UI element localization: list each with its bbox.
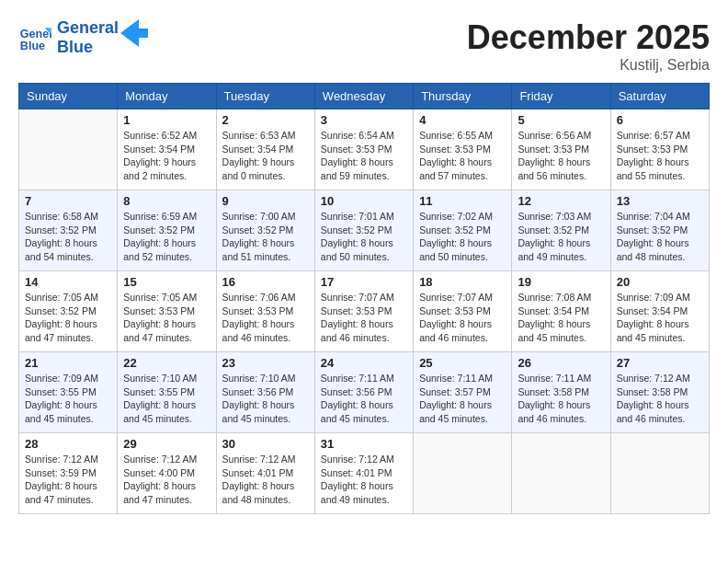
day-info: Sunrise: 6:53 AMSunset: 3:54 PMDaylight:… xyxy=(222,129,309,183)
calendar-cell xyxy=(414,433,512,514)
calendar-cell: 4Sunrise: 6:55 AMSunset: 3:53 PMDaylight… xyxy=(414,109,512,190)
day-info: Sunrise: 7:11 AMSunset: 3:56 PMDaylight:… xyxy=(321,372,407,426)
day-info: Sunrise: 6:54 AMSunset: 3:53 PMDaylight:… xyxy=(321,129,407,183)
day-number: 16 xyxy=(222,275,309,289)
day-number: 11 xyxy=(419,194,506,208)
day-number: 10 xyxy=(321,194,407,208)
weekday-wednesday: Wednesday xyxy=(314,84,413,109)
calendar-cell: 10Sunrise: 7:01 AMSunset: 3:52 PMDayligh… xyxy=(314,190,413,271)
calendar-row-2: 7Sunrise: 6:58 AMSunset: 3:52 PMDaylight… xyxy=(19,190,710,271)
day-number: 19 xyxy=(518,275,604,289)
calendar-cell: 18Sunrise: 7:07 AMSunset: 3:53 PMDayligh… xyxy=(414,271,512,352)
weekday-tuesday: Tuesday xyxy=(216,84,314,109)
calendar-cell: 5Sunrise: 6:56 AMSunset: 3:53 PMDaylight… xyxy=(512,109,610,190)
calendar-cell: 12Sunrise: 7:03 AMSunset: 3:52 PMDayligh… xyxy=(512,190,610,271)
weekday-sunday: Sunday xyxy=(19,84,118,109)
calendar-cell: 22Sunrise: 7:10 AMSunset: 3:55 PMDayligh… xyxy=(118,352,216,433)
calendar-cell: 8Sunrise: 6:59 AMSunset: 3:52 PMDaylight… xyxy=(118,190,216,271)
day-info: Sunrise: 7:10 AMSunset: 3:55 PMDaylight:… xyxy=(123,372,210,426)
day-info: Sunrise: 7:07 AMSunset: 3:53 PMDaylight:… xyxy=(419,291,506,345)
calendar-cell: 29Sunrise: 7:12 AMSunset: 4:00 PMDayligh… xyxy=(118,433,216,514)
day-number: 14 xyxy=(25,275,111,289)
day-info: Sunrise: 7:09 AMSunset: 3:54 PMDaylight:… xyxy=(617,291,703,345)
day-info: Sunrise: 7:05 AMSunset: 3:52 PMDaylight:… xyxy=(25,291,111,345)
day-info: Sunrise: 7:05 AMSunset: 3:53 PMDaylight:… xyxy=(123,291,210,345)
weekday-saturday: Saturday xyxy=(610,84,709,109)
day-info: Sunrise: 7:12 AMSunset: 4:01 PMDaylight:… xyxy=(222,453,309,507)
day-number: 7 xyxy=(25,194,111,208)
calendar-cell: 15Sunrise: 7:05 AMSunset: 3:53 PMDayligh… xyxy=(118,271,216,352)
day-number: 21 xyxy=(25,356,111,370)
weekday-header-row: SundayMondayTuesdayWednesdayThursdayFrid… xyxy=(19,84,710,109)
calendar-cell: 7Sunrise: 6:58 AMSunset: 3:52 PMDaylight… xyxy=(19,190,118,271)
day-number: 22 xyxy=(123,356,210,370)
logo: General Blue General Blue xyxy=(18,18,148,57)
day-number: 18 xyxy=(419,275,506,289)
day-number: 1 xyxy=(123,113,210,127)
day-number: 17 xyxy=(321,275,407,289)
calendar-row-5: 28Sunrise: 7:12 AMSunset: 3:59 PMDayligh… xyxy=(19,433,710,514)
svg-text:Blue: Blue xyxy=(20,40,45,52)
day-number: 31 xyxy=(321,437,407,451)
day-number: 4 xyxy=(419,113,506,127)
day-number: 27 xyxy=(617,356,703,370)
calendar-cell: 9Sunrise: 7:00 AMSunset: 3:52 PMDaylight… xyxy=(216,190,314,271)
day-info: Sunrise: 7:12 AMSunset: 3:59 PMDaylight:… xyxy=(25,453,111,507)
calendar-cell: 23Sunrise: 7:10 AMSunset: 3:56 PMDayligh… xyxy=(216,352,314,433)
day-info: Sunrise: 7:07 AMSunset: 3:53 PMDaylight:… xyxy=(321,291,407,345)
day-info: Sunrise: 7:06 AMSunset: 3:53 PMDaylight:… xyxy=(222,291,309,345)
day-info: Sunrise: 7:11 AMSunset: 3:58 PMDaylight:… xyxy=(518,372,604,426)
logo-arrow-icon xyxy=(120,19,148,47)
calendar-cell xyxy=(19,109,118,190)
day-info: Sunrise: 7:12 AMSunset: 4:00 PMDaylight:… xyxy=(123,453,210,507)
calendar-cell: 11Sunrise: 7:02 AMSunset: 3:52 PMDayligh… xyxy=(414,190,512,271)
day-number: 15 xyxy=(123,275,210,289)
day-info: Sunrise: 7:12 AMSunset: 4:01 PMDaylight:… xyxy=(321,453,407,507)
page-header: General Blue General Blue December 2025 … xyxy=(18,18,710,74)
day-number: 28 xyxy=(25,437,111,451)
day-info: Sunrise: 6:56 AMSunset: 3:53 PMDaylight:… xyxy=(518,129,604,183)
title-block: December 2025 Kustilj, Serbia xyxy=(467,18,710,74)
calendar-cell: 20Sunrise: 7:09 AMSunset: 3:54 PMDayligh… xyxy=(610,271,709,352)
calendar-cell: 13Sunrise: 7:04 AMSunset: 3:52 PMDayligh… xyxy=(610,190,709,271)
location: Kustilj, Serbia xyxy=(467,57,710,74)
day-number: 20 xyxy=(617,275,703,289)
calendar-cell: 30Sunrise: 7:12 AMSunset: 4:01 PMDayligh… xyxy=(216,433,314,514)
day-number: 29 xyxy=(123,437,210,451)
day-info: Sunrise: 7:11 AMSunset: 3:57 PMDaylight:… xyxy=(419,372,506,426)
day-number: 3 xyxy=(321,113,407,127)
day-number: 24 xyxy=(321,356,407,370)
calendar-row-3: 14Sunrise: 7:05 AMSunset: 3:52 PMDayligh… xyxy=(19,271,710,352)
calendar-cell: 2Sunrise: 6:53 AMSunset: 3:54 PMDaylight… xyxy=(216,109,314,190)
day-info: Sunrise: 6:57 AMSunset: 3:53 PMDaylight:… xyxy=(617,129,703,183)
month-title: December 2025 xyxy=(467,18,710,57)
calendar-cell: 14Sunrise: 7:05 AMSunset: 3:52 PMDayligh… xyxy=(19,271,118,352)
calendar-cell: 31Sunrise: 7:12 AMSunset: 4:01 PMDayligh… xyxy=(314,433,413,514)
day-info: Sunrise: 6:52 AMSunset: 3:54 PMDaylight:… xyxy=(123,129,210,183)
day-info: Sunrise: 7:08 AMSunset: 3:54 PMDaylight:… xyxy=(518,291,604,345)
calendar-table: SundayMondayTuesdayWednesdayThursdayFrid… xyxy=(18,83,710,514)
day-info: Sunrise: 6:58 AMSunset: 3:52 PMDaylight:… xyxy=(25,210,111,264)
day-info: Sunrise: 7:00 AMSunset: 3:52 PMDaylight:… xyxy=(222,210,309,264)
day-info: Sunrise: 6:55 AMSunset: 3:53 PMDaylight:… xyxy=(419,129,506,183)
calendar-cell: 1Sunrise: 6:52 AMSunset: 3:54 PMDaylight… xyxy=(118,109,216,190)
calendar-body: 1Sunrise: 6:52 AMSunset: 3:54 PMDaylight… xyxy=(19,109,710,514)
weekday-friday: Friday xyxy=(512,84,610,109)
day-number: 8 xyxy=(123,194,210,208)
logo-line2: Blue xyxy=(57,38,119,57)
day-info: Sunrise: 7:12 AMSunset: 3:58 PMDaylight:… xyxy=(617,372,703,426)
calendar-row-4: 21Sunrise: 7:09 AMSunset: 3:55 PMDayligh… xyxy=(19,352,710,433)
calendar-cell: 19Sunrise: 7:08 AMSunset: 3:54 PMDayligh… xyxy=(512,271,610,352)
day-number: 6 xyxy=(617,113,703,127)
calendar-cell: 26Sunrise: 7:11 AMSunset: 3:58 PMDayligh… xyxy=(512,352,610,433)
day-number: 9 xyxy=(222,194,309,208)
day-number: 12 xyxy=(518,194,604,208)
weekday-monday: Monday xyxy=(118,84,216,109)
day-info: Sunrise: 7:09 AMSunset: 3:55 PMDaylight:… xyxy=(25,372,111,426)
calendar-cell xyxy=(512,433,610,514)
calendar-cell: 17Sunrise: 7:07 AMSunset: 3:53 PMDayligh… xyxy=(314,271,413,352)
calendar-cell: 24Sunrise: 7:11 AMSunset: 3:56 PMDayligh… xyxy=(314,352,413,433)
day-info: Sunrise: 7:02 AMSunset: 3:52 PMDaylight:… xyxy=(419,210,506,264)
calendar-cell: 27Sunrise: 7:12 AMSunset: 3:58 PMDayligh… xyxy=(610,352,709,433)
calendar-cell: 3Sunrise: 6:54 AMSunset: 3:53 PMDaylight… xyxy=(314,109,413,190)
